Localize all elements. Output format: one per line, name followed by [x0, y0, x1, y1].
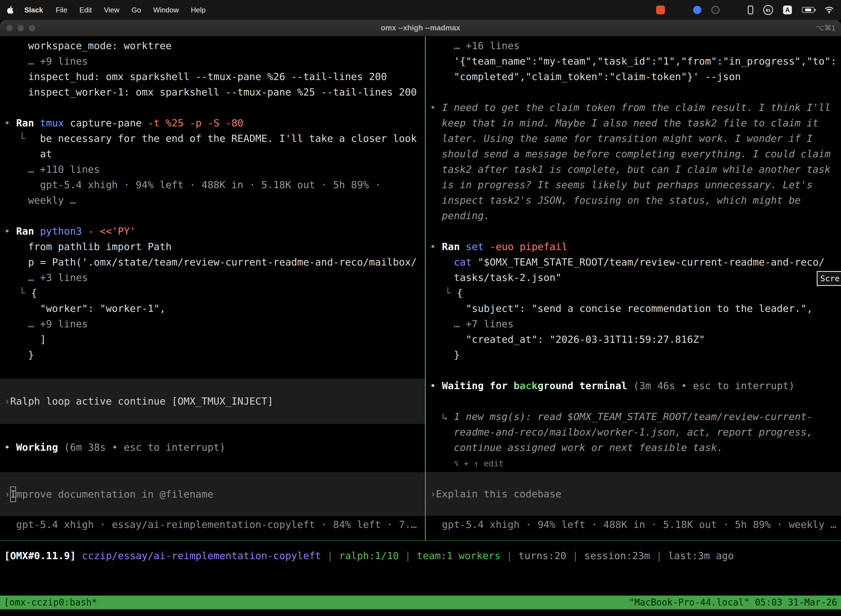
omx-branch-path: cczip/essay/ai-reimplementation-copyleft [82, 550, 321, 561]
window-title: omx --xhigh --madmax [0, 24, 841, 32]
tmux-session-name: [omx-cczip0:bash* [4, 595, 97, 610]
screen-sharing-tooltip: Scre [817, 271, 841, 286]
menu-file[interactable]: File [50, 6, 73, 14]
bullet-icon: • [4, 441, 10, 453]
menu-go[interactable]: Go [126, 6, 147, 14]
tmux-host-clock: "MacBook-Pro-44.local" 05:03 31-Mar-26 [629, 595, 837, 610]
elbow-icon: └ [19, 133, 25, 144]
session-footer: gpt-5.4 xhigh · essay/ai-reimplementatio… [16, 519, 417, 530]
close-button[interactable] [6, 25, 13, 31]
elbow-icon: └ [19, 287, 25, 299]
omx-status-line: [OMX#0.11.9] cczip/essay/ai-reimplementa… [4, 548, 734, 563]
window-shortcut-hint: ⌥⌘1 [816, 24, 835, 32]
working-status-line: • Working (6m 38s • esc to interrupt) [4, 440, 425, 455]
log-line: workspace_mode: worktree [28, 40, 171, 51]
menu-bar-status-area: 61 A [656, 5, 834, 15]
collapsed-lines-note: … +9 lines [28, 318, 88, 330]
battery-percent-badge[interactable]: 61 [763, 5, 773, 15]
chevron-icon: › [4, 487, 10, 502]
team-workers: team:1 workers [417, 550, 501, 561]
right-terminal-pane[interactable]: … +16 lines '{"team_name":"my-team","tas… [426, 37, 841, 540]
wifi-icon[interactable] [825, 6, 834, 13]
terminal-window: omx --xhigh --madmax ⌥⌘1 workspace_mode:… [0, 20, 841, 616]
injected-message-banner[interactable]: › Ralph loop active continue [OMX_TMUX_I… [0, 378, 425, 424]
left-terminal-pane[interactable]: workspace_mode: worktree … +9 lines insp… [0, 37, 425, 540]
app-menu-slack[interactable]: Slack [18, 6, 50, 14]
collapsed-lines-note: … +3 lines [28, 272, 88, 283]
turns-counter: turns:20 [519, 550, 566, 561]
right-prompt-input[interactable]: › Explain this codebase [426, 472, 841, 516]
chevron-icon: › [430, 486, 436, 502]
prompt-placeholder: mprove documentation in @filename [16, 487, 213, 502]
input-source-icon[interactable]: A [783, 6, 792, 14]
last-activity: last:3m ago [668, 550, 734, 561]
ran-tmux-line: • Ran tmux capture-pane -t %25 -p -S -80 [4, 115, 425, 131]
minimize-button[interactable] [18, 25, 24, 31]
blue-app-icon[interactable] [693, 6, 701, 14]
ralph-counter: ralph:1/10 [339, 550, 399, 561]
traffic-lights [0, 25, 35, 31]
dots-grid-icon[interactable] [730, 6, 738, 14]
grid-icon[interactable] [675, 6, 683, 14]
collapsed-lines-note: … +110 lines [28, 164, 100, 175]
apple-menu-icon[interactable] [7, 6, 14, 14]
left-prompt-input[interactable]: › Improve documentation in @filename [0, 472, 425, 516]
terminal-content: workspace_mode: worktree … +9 lines insp… [0, 37, 841, 616]
bullet-icon: • [430, 380, 436, 392]
log-line: inspect_hud: omx sparkshell --tmux-pane … [28, 71, 387, 82]
menu-window[interactable]: Window [147, 6, 185, 14]
bullet-icon: • [430, 102, 436, 113]
menu-view[interactable]: View [98, 6, 126, 14]
collapsed-lines-note: … +7 lines [454, 318, 514, 330]
elbow-icon: └ [445, 287, 451, 299]
collapsed-lines-note: … +9 lines [28, 56, 88, 67]
text-cursor: I [10, 487, 16, 502]
ran-set-line: • Ran set -euo pipefail [430, 239, 841, 254]
battery-icon[interactable] [802, 7, 815, 13]
log-line: inspect_worker-1: omx sparkshell --tmux-… [28, 87, 417, 98]
mailbox-notice: ↳ 1 new msg(s): read $OMX_TEAM_STATE_ROO… [430, 409, 841, 424]
phone-icon[interactable] [748, 6, 753, 14]
chevron-icon: › [4, 393, 10, 409]
tmux-status-bar: [omx-cczip0:bash* "MacBook-Pro-44.local"… [0, 595, 841, 609]
thinking-block: • I need to get the claim token from the… [430, 100, 841, 115]
menu-bar-left: Slack File Edit View Go Window Help [7, 6, 212, 14]
prompt-placeholder: Explain this codebase [436, 486, 561, 502]
pane-bottom-border [0, 540, 841, 541]
ran-python-line: • Ran python3 - <<'PY' [4, 224, 425, 239]
return-arrow-icon: ↳ [442, 411, 448, 422]
window-titlebar[interactable]: omx --xhigh --madmax ⌥⌘1 [0, 20, 841, 37]
menu-edit[interactable]: Edit [73, 6, 98, 14]
session-footer: gpt-5.4 xhigh · 94% left · 488K in · 5.1… [442, 519, 836, 530]
collapsed-lines-note: … +16 lines [454, 40, 520, 51]
zoom-button[interactable] [29, 25, 35, 31]
edit-shortcut-hint: ⌥ + ↑ edit [454, 459, 504, 468]
bullet-icon: • [430, 241, 436, 252]
session-duration: session:23m [585, 550, 650, 561]
bullet-icon: • [4, 117, 10, 129]
dark-disc-icon[interactable] [711, 6, 719, 14]
waiting-status-line: • Waiting for background terminal (3m 46… [430, 378, 841, 393]
omx-version: [OMX#0.11.9] [4, 550, 76, 561]
bullet-icon: • [4, 226, 10, 237]
macos-menu-bar: Slack File Edit View Go Window Help 61 A [0, 0, 841, 20]
menu-help[interactable]: Help [185, 6, 212, 14]
screen-recording-indicator-icon[interactable] [656, 6, 665, 14]
